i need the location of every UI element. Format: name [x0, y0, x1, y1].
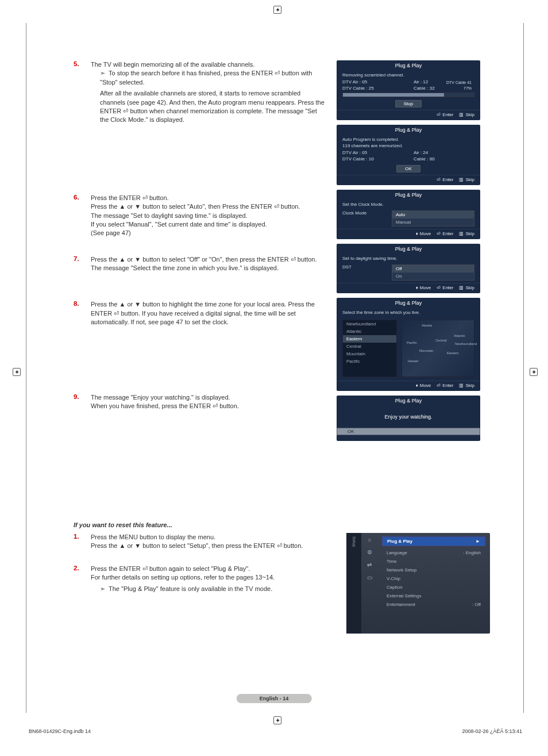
- enter-hint: ⏎ Enter: [437, 177, 453, 182]
- osd-clock-mode: Plug & Play Set the Clock Mode. Clock Mo…: [337, 190, 480, 239]
- progress-bar: DTV Cable 41 77%: [342, 93, 474, 97]
- skip-hint: ▥ Skip: [459, 112, 474, 117]
- enjoy-message: Enjoy your watching.: [337, 406, 480, 428]
- step-number: 2.: [74, 565, 83, 593]
- doc-footer-left: BN68-01429C-Eng.indb 14: [29, 728, 91, 734]
- osd-line: DTV Cable : 10: [342, 156, 374, 162]
- step-8-text: Press the ▲ or ▼ button to highlight the…: [91, 300, 326, 327]
- map-label: Alaska: [422, 324, 432, 327]
- map-label: Hawaii: [408, 359, 418, 363]
- reg-mark-left: ✦: [13, 368, 21, 376]
- tz-option[interactable]: Central: [343, 343, 396, 350]
- osd-line: Cable : 80: [414, 156, 434, 162]
- page-footer: English - 14: [237, 694, 312, 701]
- setup-item-caption[interactable]: Caption: [382, 583, 485, 592]
- osd-line: Air : 24: [414, 150, 428, 155]
- clock-mode-label: Clock Mode: [342, 210, 388, 227]
- progress-cable-label: DTV Cable 41: [446, 80, 472, 85]
- setup-item-vchip[interactable]: V-Chip: [382, 574, 485, 583]
- step-number: 1.: [74, 533, 83, 551]
- option-auto[interactable]: Auto: [392, 211, 474, 218]
- osd-title: Plug & Play: [337, 60, 480, 71]
- step-7: 7. Press the ▲ or ▼ button to select "Of…: [74, 255, 326, 273]
- step-7-text: Press the ▲ or ▼ button to select "Off" …: [91, 255, 326, 273]
- ok-button[interactable]: OK: [337, 428, 480, 435]
- enter-hint: ⏎ Enter: [437, 383, 453, 388]
- step-5: 5. The TV will begin memorizing all of t…: [74, 60, 326, 125]
- step-8: 8. Press the ▲ or ▼ button to highlight …: [74, 300, 326, 327]
- reset-2-bullet: The "Plug & Play" feature is only availa…: [100, 585, 275, 593]
- osd-line: Auto Program is completed.: [337, 135, 480, 143]
- option-manual[interactable]: Manual: [392, 218, 474, 226]
- tz-option[interactable]: Mountain: [343, 350, 396, 358]
- step-6: 6. Press the ENTER ⏎ button. Press the ▲…: [74, 194, 326, 238]
- setup-item-language[interactable]: Language: English: [382, 548, 485, 557]
- setup-item-time[interactable]: Time: [382, 557, 485, 566]
- option-off[interactable]: Off: [392, 265, 474, 273]
- setup-item-plug-and-play[interactable]: Plug & Play ►: [382, 536, 485, 546]
- osd-dst: Plug & Play Set to daylight saving time.…: [337, 244, 480, 293]
- ok-button[interactable]: OK: [396, 165, 420, 172]
- step-6-line3: The message "Set to daylight saving time…: [91, 212, 300, 220]
- skip-hint: ▥ Skip: [459, 383, 474, 388]
- map-label: Mountain: [419, 349, 434, 352]
- setup-side-label: Setup: [352, 536, 356, 547]
- setup-menu: Setup ☼ ⚙ ⇄ ▭ Plug & Play ► Language: En…: [346, 533, 490, 634]
- chevron-right-icon: ►: [476, 539, 480, 544]
- step-9: 9. The message "Enjoy your watching." is…: [74, 393, 326, 411]
- crop-line-right: [523, 23, 524, 713]
- reset-step-2: 2. Press the ENTER ⏎ button again to sel…: [74, 565, 321, 593]
- osd-enjoy: Plug & Play Enjoy your watching. OK: [337, 396, 480, 441]
- tz-option[interactable]: Newfoundland: [343, 320, 396, 328]
- setup-highlight-label: Plug & Play: [387, 539, 412, 544]
- setup-item-network[interactable]: Network Setup: [382, 566, 485, 574]
- osd-subtitle: Removing scrambled channel.: [337, 71, 480, 79]
- step-6-line1: Press the ENTER ⏎ button.: [91, 194, 300, 202]
- reset-heading: If you want to reset this feature...: [74, 521, 490, 528]
- osd-completed: Plug & Play Auto Program is completed. 1…: [337, 125, 480, 185]
- osd-line: DTV Air : 05: [342, 150, 367, 155]
- option-on[interactable]: On: [392, 273, 474, 280]
- dst-select[interactable]: Off On: [392, 264, 474, 281]
- setup-item-entertainment[interactable]: Entertainment: Off: [382, 600, 485, 609]
- reg-mark-top: ✦: [273, 6, 281, 14]
- stop-button[interactable]: Stop: [395, 100, 422, 108]
- step-6-line4: If you select "Manual", "Set current dat…: [91, 220, 300, 229]
- setup-item-external[interactable]: External Settings: [382, 592, 485, 600]
- skip-hint: ▥ Skip: [459, 177, 474, 182]
- timezone-list[interactable]: Newfoundland Atlantic Eastern Central Mo…: [342, 320, 397, 377]
- tz-option-selected[interactable]: Eastern: [343, 335, 396, 343]
- step-6-line2: Press the ▲ or ▼ button to select "Auto"…: [91, 202, 300, 211]
- input-icon: ▭: [365, 574, 373, 581]
- clock-mode-select[interactable]: Auto Manual: [392, 210, 474, 227]
- osd-subtitle: Set to daylight saving time.: [337, 254, 480, 262]
- enter-hint: ⏎ Enter: [437, 231, 453, 236]
- osd-subtitle: Select the time zone in which you live.: [337, 308, 480, 316]
- reset-2-line1: Press the ENTER ⏎ button again to select…: [91, 565, 275, 573]
- reset-2-line2: For further details on setting up option…: [91, 573, 275, 582]
- move-hint: ♦ Move: [416, 383, 431, 388]
- step-5-bullet: To stop the search before it has finishe…: [100, 69, 326, 87]
- osd-title: Plug & Play: [337, 244, 480, 254]
- reset-1-line1: Press the MENU button to display the men…: [91, 533, 303, 542]
- setup-icon-column: ☼ ⚙ ⇄ ▭: [361, 533, 377, 634]
- osd-cable: Cable : 32: [414, 86, 434, 91]
- osd-title: Plug & Play: [337, 298, 480, 308]
- step-number: 6.: [74, 194, 83, 238]
- osd-dtvair: DTV Air : 05: [342, 79, 367, 85]
- step-number: 7.: [74, 255, 83, 273]
- doc-footer-right: 2008-02-26 ¿ÀÈÄ 5:13:41: [462, 728, 522, 734]
- tz-option[interactable]: Atlantic: [343, 328, 396, 335]
- osd-title: Plug & Play: [337, 125, 480, 135]
- step-9-line2: When you have finished, press the ENTER …: [91, 402, 239, 410]
- reset-step-1: 1. Press the MENU button to display the …: [74, 533, 321, 551]
- move-hint: ♦ Move: [416, 285, 431, 290]
- map-label: Eastern: [447, 351, 459, 355]
- step-6-line5: (See page 47): [91, 229, 300, 237]
- step-5-after: After all the available channels are sto…: [100, 89, 326, 125]
- tz-option[interactable]: Pacific: [343, 358, 396, 365]
- osd-scanning: Plug & Play Removing scrambled channel. …: [337, 60, 480, 120]
- step-number: 5.: [74, 60, 83, 125]
- osd-timezone: Plug & Play Select the time zone in whic…: [337, 298, 480, 391]
- reg-mark-bottom: ✦: [273, 716, 281, 724]
